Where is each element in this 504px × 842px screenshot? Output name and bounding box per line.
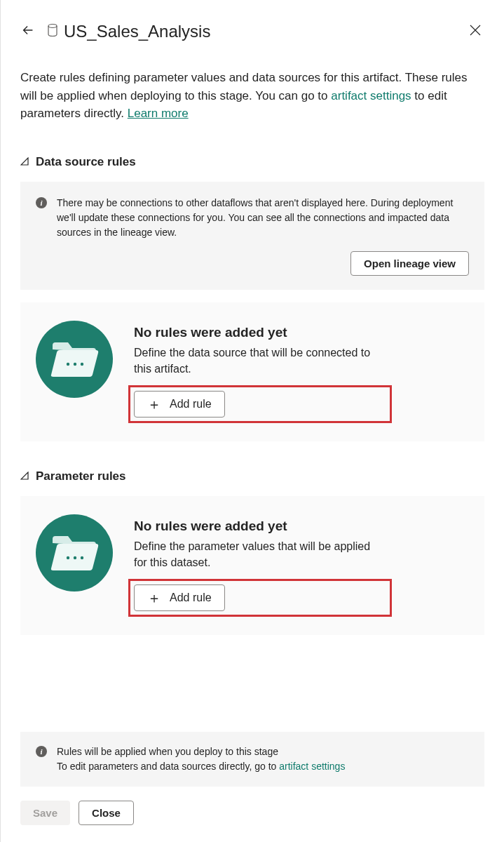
panel-header: US_Sales_Analysis	[20, 20, 484, 44]
empty-folder-icon	[36, 321, 113, 398]
back-arrow-icon[interactable]	[20, 22, 36, 41]
close-button[interactable]: Close	[79, 801, 134, 825]
parameter-rules-section: Parameter rules No rules were added yet …	[20, 469, 484, 635]
add-parameter-rule-button[interactable]: ＋ Add rule	[134, 584, 225, 611]
info-icon: i	[36, 197, 47, 208]
info-icon: i	[36, 746, 47, 757]
datasource-empty-description: Define the data source that will be conn…	[134, 345, 386, 377]
collapse-icon	[20, 470, 29, 483]
add-datasource-rule-button[interactable]: ＋ Add rule	[134, 391, 225, 417]
panel-title: US_Sales_Analysis	[64, 22, 210, 41]
parameter-empty-state: No rules were added yet Define the param…	[20, 496, 484, 635]
svg-point-2	[74, 362, 76, 365]
save-button[interactable]: Save	[20, 801, 70, 825]
datasource-info-panel: i There may be connections to other data…	[20, 182, 484, 290]
empty-folder-icon	[36, 514, 113, 592]
section-header-parameter[interactable]: Parameter rules	[20, 469, 484, 483]
learn-more-link[interactable]: Learn more	[128, 107, 189, 120]
open-lineage-view-button[interactable]: Open lineage view	[350, 251, 469, 276]
plus-icon: ＋	[147, 591, 161, 605]
svg-point-1	[67, 362, 69, 365]
plus-icon: ＋	[147, 397, 161, 411]
data-source-rules-section: Data source rules i There may be connect…	[20, 155, 484, 441]
panel-description: Create rules defining parameter values a…	[20, 69, 484, 123]
footer-info-panel: i Rules will be applied when you deploy …	[20, 732, 484, 787]
dataset-icon	[47, 23, 58, 40]
svg-point-3	[81, 362, 83, 365]
svg-point-6	[81, 556, 83, 559]
parameter-empty-title: No rules were added yet	[134, 519, 386, 534]
collapse-icon	[20, 156, 29, 168]
datasource-empty-state: No rules were added yet Define the data …	[20, 302, 484, 441]
close-icon[interactable]	[466, 20, 484, 44]
datasource-empty-title: No rules were added yet	[134, 325, 386, 340]
artifact-settings-link-footer[interactable]: artifact settings	[279, 761, 345, 772]
svg-point-5	[74, 556, 76, 559]
section-header-datasource[interactable]: Data source rules	[20, 155, 484, 169]
svg-point-0	[48, 25, 57, 28]
svg-point-4	[67, 556, 69, 559]
footer-buttons: Save Close	[20, 787, 484, 842]
parameter-empty-description: Define the parameter values that will be…	[134, 538, 386, 570]
artifact-settings-link[interactable]: artifact settings	[331, 89, 411, 102]
